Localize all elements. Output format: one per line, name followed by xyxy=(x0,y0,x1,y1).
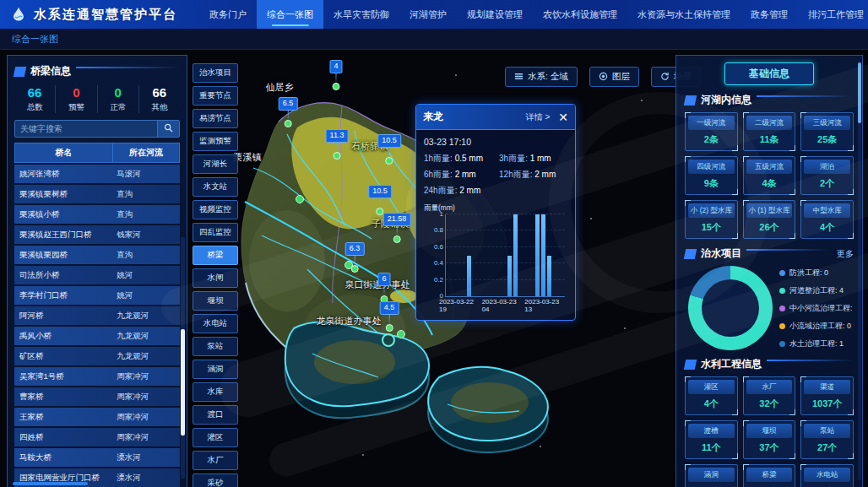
map-control-button[interactable]: 图层 xyxy=(589,67,639,87)
table-row[interactable]: 李学村门口桥姚河 xyxy=(14,286,180,305)
nav-item[interactable]: 水资源与水土保持管理 xyxy=(627,0,741,29)
info-card[interactable]: 涵洞47个 xyxy=(685,464,738,487)
table-row[interactable]: 马鞍大桥溧水河 xyxy=(14,448,180,467)
map-marker[interactable]: 11.3 xyxy=(326,129,349,160)
close-icon[interactable]: ✕ xyxy=(558,111,568,123)
map-marker[interactable]: 6 xyxy=(377,273,390,303)
info-card[interactable]: 一级河流2条 xyxy=(685,112,738,151)
chart-y-tick: 0.4 xyxy=(434,259,443,267)
table-row[interactable]: 栗溪镇栗园桥直沟 xyxy=(14,246,180,264)
info-card[interactable]: 桥梁66个 xyxy=(743,464,796,487)
layer-item[interactable]: 水库 xyxy=(193,382,238,402)
info-card[interactable]: 小 (2) 型水库15个 xyxy=(685,200,738,239)
layer-item[interactable]: 涵洞 xyxy=(193,360,238,379)
search-input[interactable] xyxy=(15,121,157,137)
layer-item[interactable]: 水电站 xyxy=(193,314,238,333)
basic-info-tab[interactable]: 基础信息 xyxy=(724,62,814,85)
info-card[interactable]: 灌区4个 xyxy=(685,376,738,415)
map-marker[interactable]: 21.58 xyxy=(383,213,411,243)
table-row[interactable]: 王家桥周家冲河 xyxy=(14,408,180,426)
legend-item: 河道整治工程: 4 xyxy=(779,285,854,296)
info-card[interactable]: 渡槽11个 xyxy=(685,420,738,459)
info-card-value: 1037个 xyxy=(804,394,850,412)
layer-item[interactable]: 治水项目 xyxy=(193,63,238,83)
nav-item[interactable]: 规划建设管理 xyxy=(457,0,533,29)
map-marker[interactable]: 10.5 xyxy=(377,134,401,165)
table-row[interactable]: 栗溪镇赵王西门口桥钱家河 xyxy=(14,225,180,244)
nav-item[interactable]: 农饮水利设施管理 xyxy=(533,0,627,29)
nav-item[interactable]: 排污工作管理 xyxy=(798,0,868,29)
map-marker[interactable]: 10.5 xyxy=(368,185,392,215)
info-card[interactable]: 堰坝37个 xyxy=(743,420,796,459)
info-card[interactable]: 渠道1037个 xyxy=(800,376,854,415)
layer-item[interactable]: 视频监控 xyxy=(193,200,238,219)
nav-item[interactable]: 河湖管护 xyxy=(399,0,457,29)
table-row[interactable]: 吴家湾1号桥周家冲河 xyxy=(14,367,180,386)
layer-item[interactable]: 水厂 xyxy=(193,451,238,470)
table-row[interactable]: 栗溪镇栗树桥直沟 xyxy=(14,185,180,203)
popup-detail-link[interactable]: 详情 > xyxy=(526,111,551,123)
info-card-value: 32个 xyxy=(746,394,793,412)
layer-item[interactable]: 监测预警 xyxy=(193,132,238,151)
info-card[interactable]: 四级河流9条 xyxy=(685,156,738,195)
info-card[interactable]: 小 (1) 型水库26个 xyxy=(743,200,796,239)
rain-metric: 6h雨量: 2 mm xyxy=(424,169,496,181)
layer-item[interactable]: 四乱监控 xyxy=(193,223,238,242)
stat-value: 0 xyxy=(98,85,138,100)
breadcrumb[interactable]: 综合一张图 xyxy=(12,33,58,46)
table-row[interactable]: 四姓桥周家冲河 xyxy=(14,428,180,446)
table-row[interactable]: 栗溪镇小桥直沟 xyxy=(14,205,180,224)
nav-item[interactable]: 政务管理 xyxy=(741,0,798,29)
rain-metric: 1h雨量: 0.5 mm xyxy=(424,153,496,165)
table-row[interactable]: 矿区桥九龙观河 xyxy=(14,347,180,365)
table-row[interactable]: 禹风小桥九龙观河 xyxy=(14,327,180,345)
more-link[interactable]: 更多 xyxy=(837,248,854,260)
table-row[interactable]: 阿河桥九龙观河 xyxy=(14,306,180,325)
nav-item[interactable]: 政务门户 xyxy=(199,0,257,29)
map-marker[interactable]: 4.5 xyxy=(380,301,399,332)
table-row[interactable]: 司法所小桥姚河 xyxy=(14,266,180,284)
info-card[interactable]: 湖泊2个 xyxy=(800,156,854,195)
bridge-stat: 66总数 xyxy=(14,85,56,113)
bridge-stat: 66其他 xyxy=(139,85,180,113)
nav-item[interactable]: 水旱灾害防御 xyxy=(323,0,399,29)
layer-item[interactable]: 桥梁 xyxy=(193,246,238,265)
search-button[interactable] xyxy=(157,121,179,137)
table-scrollbar[interactable] xyxy=(181,237,185,479)
bridge-search xyxy=(14,120,180,138)
info-card[interactable]: 水电站3个 xyxy=(800,464,854,487)
layer-item[interactable]: 水文站 xyxy=(193,177,238,197)
panel-scrollbar[interactable] xyxy=(858,62,861,480)
layer-item[interactable]: 灌区 xyxy=(193,428,238,447)
table-row[interactable]: 曹家桥周家冲河 xyxy=(14,387,180,406)
info-card[interactable]: 中型水库4个 xyxy=(800,200,854,239)
nav-item[interactable]: 综合一张图 xyxy=(257,0,323,29)
bridge-name-cell: 李学村门口桥 xyxy=(14,286,111,305)
info-card-value: 4条 xyxy=(746,174,793,192)
station-dot[interactable] xyxy=(296,195,304,203)
river-cell: 周家冲河 xyxy=(111,387,180,406)
chart-x-tick: 2023-03-23 04 xyxy=(482,298,525,313)
info-card-label: 泵站 xyxy=(804,424,850,438)
table-row[interactable]: 姚河张湾桥马滚河 xyxy=(14,165,180,183)
layer-item[interactable]: 采砂 xyxy=(193,473,238,487)
map-marker[interactable]: 6.3 xyxy=(345,242,365,273)
layer-item[interactable]: 重要节点 xyxy=(193,86,238,106)
info-card[interactable]: 五级河流4条 xyxy=(743,156,796,195)
layer-item[interactable]: 易涝节点 xyxy=(193,109,238,128)
layer-item[interactable]: 堰坝 xyxy=(193,291,238,311)
layer-item[interactable]: 泵站 xyxy=(193,337,238,356)
chart-x-axis-labels: 2023-03-22 192023-03-23 042023-03-23 13 xyxy=(439,298,567,313)
map-control-button[interactable]: 水系: 全域 xyxy=(505,67,578,87)
layer-item[interactable]: 水闸 xyxy=(193,268,238,288)
info-card[interactable]: 泵站27个 xyxy=(800,420,854,459)
map-marker[interactable]: 6.5 xyxy=(279,97,298,127)
map-marker[interactable]: 4 xyxy=(329,60,342,90)
layer-item[interactable]: 渡口 xyxy=(193,405,238,425)
info-card[interactable]: 三级河流25条 xyxy=(800,112,854,151)
river-cell: 直沟 xyxy=(111,185,180,203)
table-hscrollbar[interactable] xyxy=(13,482,88,485)
info-card[interactable]: 二级河流11条 xyxy=(743,112,796,151)
layer-item[interactable]: 河湖长 xyxy=(193,154,238,174)
info-card[interactable]: 水厂32个 xyxy=(743,376,796,415)
